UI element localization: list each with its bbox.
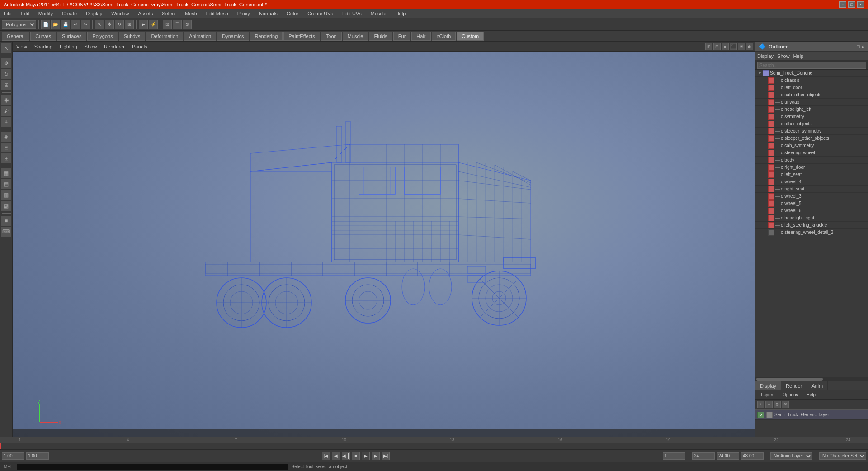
tab-muscle[interactable]: Muscle <box>343 32 368 41</box>
outliner-maximize[interactable]: □ <box>857 44 860 49</box>
tree-item-wheel-3[interactable]: — o wheel_3 <box>755 193 868 200</box>
char-set-select[interactable]: No Character Set <box>819 452 866 460</box>
tab-hair[interactable]: Hair <box>411 32 430 41</box>
go-start-button[interactable]: |◀ <box>322 452 330 460</box>
render-btn[interactable]: ■ <box>1 216 11 226</box>
tree-item-steering-wheel[interactable]: — o steering_wheel <box>755 149 868 157</box>
quick-layout-1[interactable]: ▦ <box>1 168 11 178</box>
tree-item-wheel-5[interactable]: — o wheel_5 <box>755 200 868 207</box>
scale-tool-btn[interactable]: ⊞ <box>1 80 11 90</box>
step-forward-button[interactable]: ▶ <box>372 452 380 460</box>
lasso-btn[interactable]: ⌗ <box>1 117 11 127</box>
outliner-close[interactable]: × <box>862 44 864 49</box>
menu-assets[interactable]: Assets <box>136 10 155 17</box>
tree-item-headlight-left[interactable]: — o headlight_left <box>755 106 868 113</box>
rotate-tool-btn[interactable]: ↻ <box>1 69 11 79</box>
tree-item-symmetry[interactable]: — o symmetry <box>755 113 868 120</box>
tab-fur[interactable]: Fur <box>393 32 411 41</box>
layer-new-icon[interactable]: + <box>757 401 764 408</box>
soft-select-btn[interactable]: ◉ <box>1 95 11 105</box>
close-button[interactable]: × <box>857 1 864 8</box>
step-back-button[interactable]: ◀ <box>332 452 340 460</box>
layer-options-icon[interactable]: ⚙ <box>774 401 781 408</box>
tree-item-cab-other[interactable]: — o cab_other_objects <box>755 91 868 99</box>
mel-input[interactable] <box>17 464 288 470</box>
tab-curves[interactable]: Curves <box>30 32 56 41</box>
menu-color[interactable]: Color <box>285 10 300 17</box>
vp-menu-panels[interactable]: Panels <box>130 43 149 50</box>
viewport[interactable]: x y <box>13 52 755 437</box>
tree-item-left-seat[interactable]: — o left_seat <box>755 171 868 178</box>
current-frame-field[interactable] <box>26 452 49 460</box>
menu-proxy[interactable]: Proxy <box>236 10 252 17</box>
tab-custom[interactable]: Custom <box>457 32 484 41</box>
menu-modify[interactable]: Modify <box>37 10 55 17</box>
tab-anim[interactable]: Anim <box>807 381 828 390</box>
layer-delete-icon[interactable]: − <box>765 401 773 408</box>
outliner-menu-help[interactable]: Help <box>793 53 804 59</box>
outliner-hscroll[interactable] <box>755 377 868 381</box>
ipr-button[interactable]: ⚡ <box>149 20 158 29</box>
snap-grid[interactable]: ⊡ <box>163 20 172 29</box>
scale-tool[interactable]: ⊞ <box>125 20 134 29</box>
menu-edit-uvs[interactable]: Edit UVs <box>340 10 363 17</box>
move-tool-btn[interactable]: ✥ <box>1 58 11 68</box>
quick-layout-2[interactable]: ▤ <box>1 179 11 189</box>
tree-item-right-seat[interactable]: — o right_seat <box>755 186 868 193</box>
tab-deformation[interactable]: Deformation <box>146 32 183 41</box>
tab-rendering[interactable]: Rendering <box>250 32 283 41</box>
paint-btn[interactable]: 🖌 <box>1 106 11 116</box>
layout-btn[interactable]: ⊞ <box>1 153 11 163</box>
snap-point[interactable]: ⊙ <box>183 20 192 29</box>
tree-item-sleeper-other[interactable]: — o sleeper_other_objects <box>755 135 868 142</box>
tab-general[interactable]: General <box>2 32 29 41</box>
layer-tab-layers[interactable]: Layers <box>757 391 778 398</box>
tab-toon[interactable]: Toon <box>321 32 342 41</box>
vp-menu-shading[interactable]: Shading <box>33 43 54 50</box>
snap-curve[interactable]: ⌒ <box>173 20 182 29</box>
select-tool[interactable]: ↖ <box>95 20 104 29</box>
go-end-button[interactable]: ▶| <box>382 452 390 460</box>
tree-item-unwrap[interactable]: — o unwrap <box>755 99 868 106</box>
minimize-button[interactable]: − <box>839 1 846 8</box>
vp-menu-show[interactable]: Show <box>83 43 99 50</box>
vp-wireframe-icon[interactable]: ⊟ <box>713 43 721 50</box>
render-button[interactable]: ▶ <box>139 20 148 29</box>
menu-help[interactable]: Help <box>394 10 408 17</box>
tree-item-sleeper-symmetry[interactable]: — o sleeper_symmetry <box>755 128 868 135</box>
vp-select-all-icon[interactable]: ⊞ <box>705 43 712 50</box>
tab-fluids[interactable]: Fluids <box>369 32 392 41</box>
tab-subdivs[interactable]: Subdvs <box>119 32 146 41</box>
tree-item-right-door[interactable]: — o right_door <box>755 164 868 171</box>
range-start-field[interactable] <box>692 452 715 460</box>
expand-icon[interactable]: ▼ <box>757 71 763 76</box>
layer-visibility-toggle[interactable]: V <box>757 412 764 418</box>
tree-item-headlight-right[interactable]: — o headlight_right <box>755 214 868 222</box>
tab-dynamics[interactable]: Dynamics <box>217 32 249 41</box>
menu-normals[interactable]: Normals <box>257 10 279 17</box>
vp-solid-icon[interactable]: ■ <box>722 43 729 50</box>
menu-edit[interactable]: Edit <box>19 10 31 17</box>
select-tool-btn[interactable]: ↖ <box>1 43 11 53</box>
play-forward-button[interactable]: ▶ <box>362 452 370 460</box>
tree-item-root[interactable]: ▼ Semi_Truck_Generic <box>755 70 868 77</box>
vp-menu-view[interactable]: View <box>14 43 29 50</box>
maximize-button[interactable]: □ <box>848 1 855 8</box>
new-scene-button[interactable]: 📄 <box>41 20 50 29</box>
tree-item-steering-detail[interactable]: — o steering_wheel_detail_2 <box>755 229 868 236</box>
menu-file[interactable]: File <box>2 10 14 17</box>
vp-shadow-icon[interactable]: ◐ <box>746 43 753 50</box>
menu-edit-mesh[interactable]: Edit Mesh <box>204 10 230 17</box>
tree-item-cab-symmetry[interactable]: — o cab_symmetry <box>755 142 868 149</box>
save-scene-button[interactable]: 💾 <box>61 20 70 29</box>
open-scene-button[interactable]: 📂 <box>51 20 60 29</box>
range-end-field[interactable] <box>717 452 739 460</box>
layer-tab-help[interactable]: Help <box>802 391 819 398</box>
timeline-bar[interactable] <box>0 443 868 449</box>
vp-menu-lighting[interactable]: Lighting <box>58 43 79 50</box>
hscroll-thumb[interactable] <box>756 378 823 381</box>
move-tool[interactable]: ✥ <box>105 20 114 29</box>
undo-button[interactable]: ↩ <box>71 20 80 29</box>
tree-item-left-door[interactable]: — o left_door <box>755 84 868 91</box>
mode-select[interactable]: Polygons <box>2 20 36 29</box>
